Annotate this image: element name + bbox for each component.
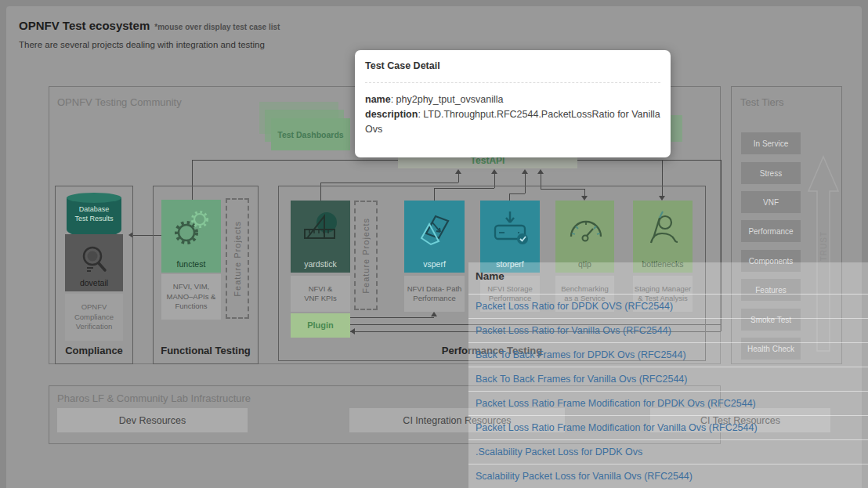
popup-name-line: name: phy2phy_tput_ovsvanilla <box>365 92 660 107</box>
connector <box>458 174 459 183</box>
connector <box>577 160 721 161</box>
page-subtitle: There are several projects dealing with … <box>19 40 265 49</box>
test-case-row[interactable]: Packet Loss Ratio for Vanilla Ovs (RFC25… <box>468 319 868 343</box>
popup-body: name: phy2phy_tput_ovsvanilla descriptio… <box>365 92 660 137</box>
vsperf-description: NFVI Data- Path Performance <box>404 276 465 312</box>
test-case-link[interactable]: .Scalability Packet Loss for DPDK Ovs <box>476 446 642 457</box>
connector <box>192 160 398 161</box>
project-box-yardstick[interactable]: yardstick <box>291 201 350 273</box>
arrowhead-up <box>455 169 461 174</box>
trust-label: TRUST <box>819 231 828 261</box>
functional-feature-projects: Feature Projects <box>226 198 249 319</box>
tier-vnf: VNF <box>741 191 801 213</box>
project-label: dovetail <box>65 278 123 287</box>
gauge-icon <box>565 210 606 248</box>
popup-description-label: description <box>365 109 418 120</box>
test-dashboards-box[interactable]: Test Dashboards <box>271 118 350 150</box>
test-case-row[interactable]: Back To Back Frames for DPDK Ovs (RFC254… <box>468 343 868 367</box>
tier-performance: Performance <box>741 220 801 242</box>
arrowhead-up <box>491 169 497 174</box>
popup-separator <box>365 82 660 83</box>
page-title: OPNFV Test ecosystem*mouse over display … <box>19 19 280 32</box>
page: OPNFV Test ecosystem*mouse over display … <box>0 0 868 488</box>
connector <box>320 183 458 183</box>
arrowhead-up <box>537 169 544 174</box>
planes-icon <box>415 210 454 248</box>
feature-projects-label: Feature Projects <box>361 218 371 294</box>
dev-resources-box: Dev Resources <box>57 408 248 432</box>
gears-icon <box>172 209 211 247</box>
arrowhead-up <box>522 169 528 174</box>
test-case-link[interactable]: Packet Loss Ratio Frame Modification for… <box>476 422 758 433</box>
popup-name-label: name <box>365 94 391 105</box>
test-case-list: Name Packet Loss Ratio for DPDK OVS (RFC… <box>468 262 868 488</box>
magnifier-icon <box>78 244 110 278</box>
popup-description-line: description: LTD.Throughput.RFC2544.Pack… <box>365 107 660 137</box>
test-case-list-header: Name <box>468 262 868 295</box>
test-case-link[interactable]: Packet Loss Ratio for DPDK OVS (RFC2544) <box>476 301 673 312</box>
hover-hint: *mouse over display test case list <box>154 23 280 31</box>
database-label: Database Test Results <box>67 204 121 223</box>
project-label: vsperf <box>404 259 465 269</box>
functional-label: Functional Testing <box>153 345 259 356</box>
storage-icon <box>490 210 530 249</box>
test-case-row[interactable]: Scalability Packet Loss for Vanilla Ovs … <box>468 465 868 488</box>
feature-projects-label: Feature Projects <box>233 221 242 297</box>
test-case-row[interactable]: Packet Loss Ratio for DPDK OVS (RFC2544) <box>468 295 868 319</box>
test-case-link[interactable]: Packet Loss Ratio for Vanilla Ovs (RFC25… <box>476 325 671 336</box>
test-case-link[interactable]: Scalability Packet Loss for Vanilla Ovs … <box>476 471 693 482</box>
popup-name-value: : phy2phy_tput_ovsvanilla <box>391 94 504 105</box>
page-title-text: OPNFV Test ecosystem <box>19 19 150 32</box>
compliance-label: Compliance <box>55 345 133 356</box>
person-icon <box>642 210 684 249</box>
test-case-detail-popup: Test Case Detail name: phy2phy_tput_ovsv… <box>355 50 671 157</box>
test-case-row[interactable]: Packet Loss Ratio Frame Modification for… <box>468 392 868 416</box>
test-case-link[interactable]: Back To Back Frames for DPDK Ovs (RFC254… <box>476 349 686 360</box>
test-case-link[interactable]: Back To Back Frames for Vanilla Ovs (RFC… <box>476 374 687 385</box>
test-case-row[interactable]: Back To Back Frames for Vanilla Ovs (RFC… <box>468 367 868 392</box>
functional-description: NFVI, VIM, MANO–APIs & Functions <box>161 274 221 320</box>
performance-feature-projects: Feature Projects <box>354 201 378 310</box>
database-cylinder-top <box>67 193 121 203</box>
test-case-link[interactable]: Packet Loss Ratio Frame Modification for… <box>476 398 756 409</box>
tier-in-service: In Service <box>741 132 801 154</box>
project-box-functest[interactable]: functest <box>161 200 221 273</box>
database-test-results: Database Test Results <box>67 193 121 237</box>
plugin-box[interactable]: Plugin <box>291 313 350 338</box>
popup-title: Test Case Detail <box>365 60 660 71</box>
project-label: functest <box>161 259 221 269</box>
test-case-row[interactable]: Packet Loss Ratio Frame Modification for… <box>468 416 868 440</box>
testing-community-title: OPNFV Testing Community <box>57 96 182 108</box>
project-box-vsperf[interactable]: vsperf <box>404 201 465 273</box>
ruler-icon <box>301 210 340 246</box>
test-tiers-title: Test Tiers <box>740 96 784 108</box>
project-box-dovetail[interactable]: dovetail <box>65 234 123 291</box>
tier-stress: Stress <box>741 162 801 184</box>
yardstick-description: NFVI & VNF KPIs <box>291 276 350 312</box>
compliance-description: OPNFV Compliance Verification <box>65 294 123 341</box>
pharos-title: Pharos LF & Community Lab Infrastructure <box>57 392 251 404</box>
project-label: yardstick <box>291 259 350 269</box>
test-case-row[interactable]: .Scalability Packet Loss for DPDK Ovs <box>468 440 868 465</box>
